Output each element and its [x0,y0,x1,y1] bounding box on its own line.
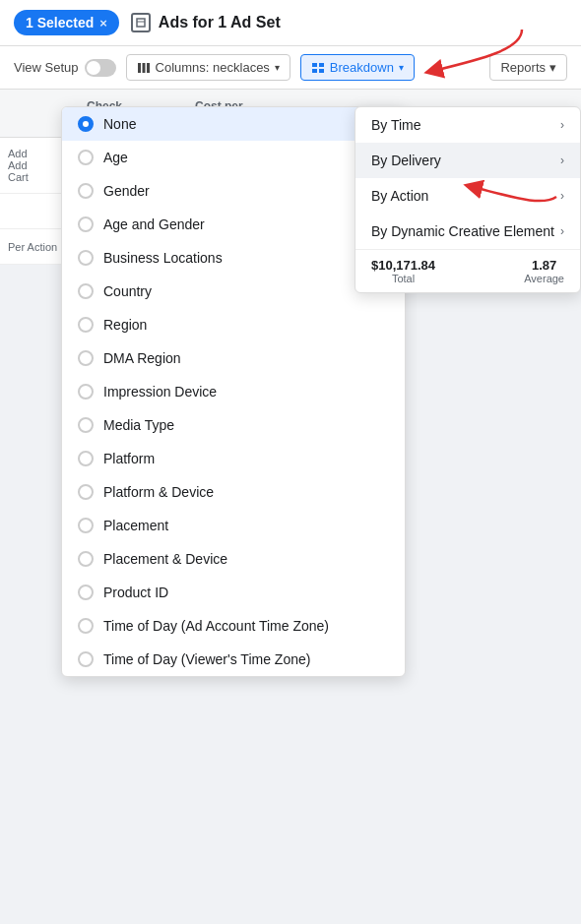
delivery-item-gender[interactable]: Gender [62,174,405,208]
selected-count-label: 1 Selected [26,15,94,31]
delivery-item-product-id[interactable]: Product ID [62,576,405,609]
delivery-item-placement[interactable]: Placement [62,509,405,542]
radio-gender [78,183,94,199]
svg-rect-6 [319,63,324,67]
columns-chevron-icon: ▾ [275,62,280,73]
delivery-item-age[interactable]: Age [62,141,405,174]
radio-time-ad-account [78,618,94,634]
svg-rect-7 [312,69,317,73]
average-value: 1.87 [524,258,564,273]
toolbar: View Setup Columns: necklaces ▾ Breakdow… [0,46,581,90]
radio-impression-device [78,384,94,400]
delivery-business-locations-label: Business Locations [103,250,223,266]
radio-country [78,283,94,299]
delivery-placement-label: Placement [103,518,168,533]
radio-age-gender [78,216,94,232]
delivery-time-ad-account-label: Time of Day (Ad Account Time Zone) [103,618,329,634]
breakdown-chevron-icon: ▾ [399,62,404,73]
delivery-item-region[interactable]: Region [62,308,405,341]
delivery-item-time-viewer[interactable]: Time of Day (Viewer's Time Zone) [62,643,405,676]
delivery-item-media-type[interactable]: Media Type [62,408,405,442]
radio-platform [78,451,94,466]
radio-none [78,116,94,132]
reports-button[interactable]: Reports ▾ [489,54,567,81]
average-label: Average [524,273,564,284]
by-action-label: By Action [371,188,428,204]
svg-rect-4 [147,63,150,73]
delivery-gender-label: Gender [103,183,150,199]
total-label: Total [371,273,435,284]
delivery-region-label: Region [103,317,147,333]
columns-label: Columns: necklaces [156,60,270,75]
delivery-dma-region-label: DMA Region [103,350,181,366]
reports-chevron-icon: ▾ [549,60,556,75]
ad-set-label: Ads for 1 Ad Set [159,14,281,31]
by-delivery-label: By Delivery [371,153,441,168]
view-setup-label: View Setup [14,60,79,75]
breakdown-by-action[interactable]: By Action › [355,178,580,214]
delivery-item-time-ad-account[interactable]: Time of Day (Ad Account Time Zone) [62,609,405,643]
radio-media-type [78,417,94,433]
by-dynamic-label: By Dynamic Creative Element [371,223,554,239]
by-action-chevron-icon: › [560,189,564,203]
radio-business-locations [78,250,94,266]
columns-icon [137,61,151,75]
delivery-item-platform[interactable]: Platform [62,442,405,475]
radio-placement-device [78,551,94,567]
delivery-item-age-gender[interactable]: Age and Gender [62,208,405,241]
svg-rect-0 [137,19,145,27]
delivery-item-dma-region[interactable]: DMA Region [62,341,405,375]
delivery-media-type-label: Media Type [103,417,174,433]
radio-dma-region [78,350,94,366]
average-section: 1.87 Average [524,258,564,284]
breakdown-by-time[interactable]: By Time › [355,107,580,143]
by-time-label: By Time [371,117,421,133]
radio-region [78,317,94,333]
radio-age [78,150,94,165]
radio-placement [78,518,94,533]
by-time-chevron-icon: › [560,118,564,132]
close-selected-icon[interactable]: × [99,16,107,31]
delivery-product-id-label: Product ID [103,585,168,600]
breakdown-label: Breakdown [330,60,394,75]
radio-product-id [78,585,94,600]
radio-platform-device [78,484,94,500]
delivery-none-label: None [103,116,136,132]
radio-time-viewer [78,651,94,667]
ad-set-title: Ads for 1 Ad Set [131,13,281,32]
total-section: $10,171.84 Total [371,258,435,284]
view-setup-container: View Setup [14,59,116,77]
delivery-item-placement-device[interactable]: Placement & Device [62,542,405,576]
by-dynamic-chevron-icon: › [560,224,564,238]
delivery-country-label: Country [103,283,152,299]
breakdown-button[interactable]: Breakdown ▾ [300,54,415,81]
delivery-platform-device-label: Platform & Device [103,484,214,500]
delivery-time-viewer-label: Time of Day (Viewer's Time Zone) [103,651,310,667]
breakdown-dropdown: By Time › By Delivery › By Action › By D… [355,106,581,293]
delivery-age-gender-label: Age and Gender [103,216,205,232]
delivery-item-none[interactable]: None [62,107,405,141]
columns-button[interactable]: Columns: necklaces ▾ [126,54,290,81]
svg-rect-8 [319,69,324,73]
delivery-item-country[interactable]: Country [62,275,405,308]
svg-rect-2 [138,63,141,73]
delivery-item-impression-device[interactable]: Impression Device [62,375,405,408]
reports-label: Reports [500,60,546,75]
delivery-item-business-locations[interactable]: Business Locations [62,241,405,275]
svg-rect-3 [142,63,145,73]
total-value: $10,171.84 [371,258,435,273]
delivery-platform-label: Platform [103,451,155,466]
selected-badge[interactable]: 1 Selected × [14,10,119,35]
total-footer-row: $10,171.84 Total 1.87 Average [355,249,580,292]
view-setup-toggle[interactable] [85,59,116,77]
top-bar: 1 Selected × Ads for 1 Ad Set [0,0,581,46]
by-delivery-chevron-icon: › [560,154,564,167]
delivery-placement-device-label: Placement & Device [103,551,227,567]
svg-rect-5 [312,63,317,67]
delivery-item-platform-device[interactable]: Platform & Device [62,475,405,509]
ad-set-icon [131,13,151,32]
breakdown-by-dynamic[interactable]: By Dynamic Creative Element › [355,214,580,249]
breakdown-by-delivery[interactable]: By Delivery › [355,143,580,178]
breakdown-icon [311,61,325,75]
delivery-age-label: Age [103,150,128,165]
